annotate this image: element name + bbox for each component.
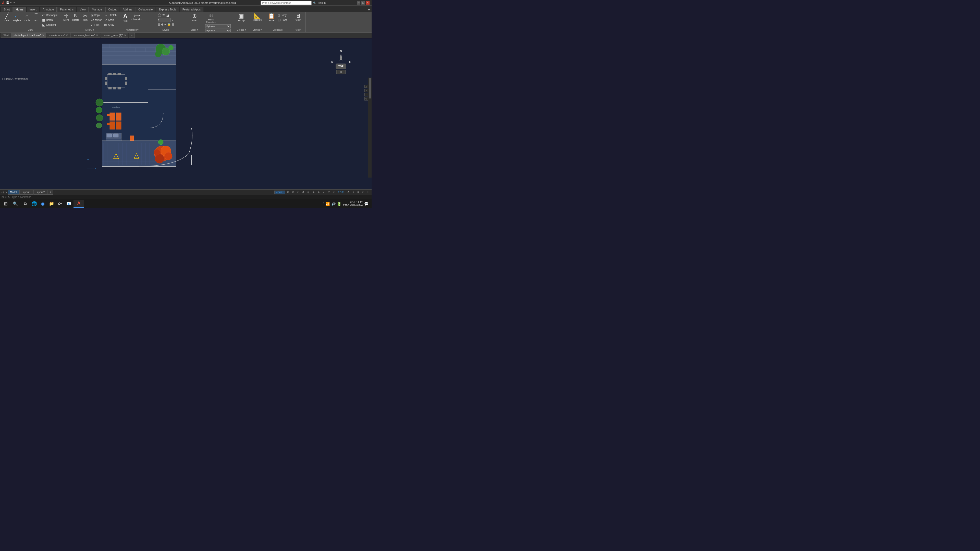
canvas-area[interactable]: [−][Top][2D Wireframe] (0, 39, 372, 193)
doc-tab-banheiros[interactable]: banheiros_basicos* ✕ (70, 33, 100, 38)
sign-in-btn[interactable]: Sign In (318, 2, 326, 4)
transparency-btn[interactable]: ⬡ (327, 191, 331, 194)
sel-filter-btn[interactable]: □ (332, 191, 336, 194)
view-button[interactable]: 🖥 View (294, 13, 302, 22)
plus-btn[interactable]: + (352, 191, 355, 194)
layer-tool-1[interactable]: ☰ (158, 23, 161, 26)
layout1-tab[interactable]: Layout1 (19, 190, 33, 195)
tab-featuredapps[interactable]: Featured Apps (180, 6, 204, 12)
otrack-btn[interactable]: ⊗ (311, 191, 315, 194)
files-btn[interactable]: 📁 (48, 200, 56, 208)
linetype-dropdown[interactable]: ByLayer (205, 29, 231, 32)
layout-view-btn[interactable]: □ (361, 191, 365, 194)
paste-button[interactable]: 📋 Paste (267, 13, 276, 22)
layout-nav-right[interactable]: ▷ (4, 191, 7, 194)
fillet-button[interactable]: ⌐ Fillet (90, 22, 102, 27)
new-layout-btn[interactable]: + (47, 190, 53, 195)
doc-tab-start[interactable]: Start (1, 33, 11, 38)
systray-expand[interactable]: ^ (323, 202, 324, 205)
notification-btn[interactable]: 💬 (364, 202, 369, 206)
cmd-icon2[interactable]: ✕ (5, 196, 6, 198)
snap-btn[interactable]: ⊟ (291, 191, 295, 194)
hatch-button[interactable]: ▦ Hatch (41, 17, 59, 22)
grid-btn[interactable]: ⊞ (286, 191, 290, 194)
tab-parametric[interactable]: Parametric (57, 6, 76, 12)
base-button[interactable]: ⊟ Base (277, 17, 288, 22)
doc-tab-active[interactable]: planta layout final lucas* ✕ (11, 33, 46, 38)
rectangle-button[interactable]: ▭ Rectangle (41, 13, 59, 17)
scrollbar-thumb[interactable] (369, 78, 371, 98)
measure-button[interactable]: 📐 Measure (251, 13, 262, 22)
zoom-up-btn[interactable]: △ (364, 85, 368, 88)
start-btn[interactable]: ⊞ (1, 200, 10, 208)
tab-start[interactable]: Start (1, 6, 13, 12)
move-button[interactable]: ✛ Move (62, 13, 70, 22)
polar-btn[interactable]: ↺ (301, 191, 305, 194)
scale-button[interactable]: ⤢ Scale (103, 17, 118, 22)
layer-tool-5[interactable]: ⊟ (172, 23, 174, 26)
minimize-btn[interactable]: ─ (357, 1, 360, 5)
doc-tab-trees[interactable]: colored_trees (1)* ✕ (100, 33, 128, 38)
outlook-btn[interactable]: 📧 (65, 200, 73, 208)
array-button[interactable]: ⊞ Array (103, 22, 118, 27)
arc-button[interactable]: ⌒ Arc (32, 13, 40, 22)
tab-addins[interactable]: Add-ins (120, 6, 135, 12)
osnap-btn[interactable]: ◎ (306, 191, 310, 194)
zoom-out-btn[interactable]: − (364, 93, 368, 97)
tab-view[interactable]: View (77, 6, 89, 12)
model-indicator[interactable]: MODEL (274, 191, 285, 194)
layer-tool-4[interactable]: 🔒 (167, 23, 171, 26)
ortho-btn[interactable]: □ (296, 191, 300, 194)
group-button[interactable]: ▣ Group (237, 13, 245, 22)
expand-ribbon-icon[interactable]: ▼ (368, 8, 371, 12)
scale-value[interactable]: 1:100 (337, 191, 345, 194)
layout2-tab[interactable]: Layout2 (33, 190, 47, 195)
layer-tool-3[interactable]: ✂ (164, 23, 167, 26)
rotate-button[interactable]: ↻ Rotate (72, 13, 80, 22)
stretch-button[interactable]: ↔ Stretch (103, 13, 118, 17)
menu-btn[interactable]: ≡ (366, 191, 369, 194)
doc-tab-moveis[interactable]: moveis lucas* ✕ (47, 33, 70, 38)
circle-button[interactable]: ○ Circle (23, 13, 31, 22)
model-tab[interactable]: Model (8, 190, 19, 195)
copy-button[interactable]: ⎘ Copy (90, 13, 102, 17)
autocad-btn[interactable]: A (73, 200, 84, 208)
doc-tab-banheiros-close[interactable]: ✕ (96, 34, 98, 37)
zoom-in-btn[interactable]: + (364, 89, 368, 92)
command-input[interactable] (11, 195, 370, 199)
doc-tab-active-close[interactable]: ✕ (42, 34, 44, 37)
trim-button[interactable]: ✂ Trim (81, 13, 89, 22)
dimension-button[interactable]: ⟺ Dimension (130, 13, 143, 21)
doc-tab-trees-close[interactable]: ✕ (124, 34, 126, 37)
custom-btn[interactable]: ⚙ (346, 191, 351, 194)
search-icon[interactable]: 🔍 (313, 2, 316, 4)
insert-button[interactable]: ⊕ Insert (190, 13, 199, 22)
close-btn[interactable]: ✕ (366, 1, 369, 5)
tab-annotate[interactable]: Annotate (40, 6, 57, 12)
search-btn[interactable]: 🔍 (11, 200, 20, 208)
layout-nav-left[interactable]: ◁ (1, 191, 4, 194)
polyline-button[interactable]: ⌐ Polyline (12, 13, 22, 22)
right-scrollbar[interactable] (368, 78, 372, 178)
cmd-icon1[interactable]: ⊟ (2, 196, 3, 198)
grid2-btn[interactable]: ⊞ (356, 191, 360, 194)
taskview-btn[interactable]: ⧉ (21, 200, 30, 208)
match-properties-button[interactable]: ≋ MatchProperties (205, 13, 216, 24)
dyn-btn[interactable]: ⊕ (317, 191, 321, 194)
store-btn[interactable]: 🛍 (56, 200, 64, 208)
layer-tool-2[interactable]: ⊕ (161, 23, 164, 26)
tab-collaborate[interactable]: Collaborate (135, 6, 156, 12)
mirror-button[interactable]: ⇌ Mirror (90, 17, 102, 22)
cmd-icon3[interactable]: ✎ (8, 196, 10, 198)
layer-number-input[interactable] (158, 18, 170, 22)
chrome-btn[interactable]: ◉ (39, 200, 47, 208)
zoom-down-btn[interactable]: ▽ (364, 97, 368, 100)
copy-clip-button[interactable]: ⎘ Copy (277, 13, 288, 17)
tab-insert[interactable]: Insert (27, 6, 40, 12)
text-button[interactable]: A Text (121, 13, 129, 23)
systray-clock[interactable]: POR 11:12 PTB2 23/07/2024 (343, 201, 363, 206)
tab-expresstools[interactable]: Express Tools (156, 6, 179, 12)
color-dropdown[interactable]: ByLayer (205, 24, 231, 28)
tab-output[interactable]: Output (105, 6, 119, 12)
doc-tab-moveis-close[interactable]: ✕ (66, 34, 68, 37)
